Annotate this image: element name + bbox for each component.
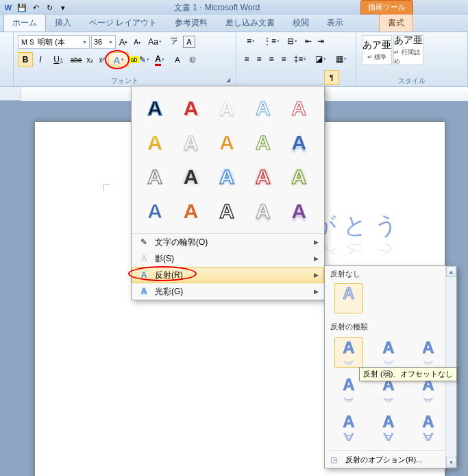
options-icon: ◳	[330, 455, 341, 464]
reflection-variant[interactable]: AA	[374, 412, 403, 442]
font-size-value: 36	[94, 38, 102, 46]
font-name-value: ＭＳ 明朝 (本	[21, 37, 65, 47]
tab-view[interactable]: 表示	[318, 14, 352, 32]
shrink-font-button[interactable]: A▾	[131, 34, 143, 49]
text-reflection-menu[interactable]: A 反射(R) ▶	[132, 267, 324, 283]
reflection-variant[interactable]: AA	[334, 337, 363, 368]
ribbon-tabs: ホーム 挿入 ページ レイアウト 参考資料 差し込み文書 校閲 表示 書式	[0, 15, 468, 32]
quick-access-toolbar: W 💾 ↶ ↻ ▾	[0, 2, 71, 13]
save-icon[interactable]: 💾	[16, 2, 27, 13]
shading-button[interactable]: ◪▾	[310, 51, 331, 67]
styles-group-label: スタイル	[356, 76, 467, 86]
text-effect-preset[interactable]: A	[212, 93, 242, 123]
drawing-tools-contextual-tab: 描画ツール	[360, 0, 413, 14]
document-text-content: がとう がとう	[312, 210, 405, 241]
style-normal[interactable]: あア亜 ↵ 標準	[362, 35, 392, 65]
font-group-label: フォント	[14, 76, 236, 86]
align-left-button[interactable]: ≡	[241, 51, 253, 67]
increase-indent-button[interactable]: ⇥	[315, 34, 327, 49]
text-effect-preset[interactable]: A	[248, 93, 278, 123]
text-effect-preset[interactable]: A	[176, 128, 206, 158]
qat-more-icon[interactable]: ▾	[58, 2, 69, 13]
text-effect-preset[interactable]: A	[212, 162, 242, 192]
text-outline-menu[interactable]: ✎ 文字の輪郭(O) ▶	[132, 234, 324, 250]
reflection-options-button[interactable]: ◳ 反射のオプション(R)...	[325, 452, 456, 468]
character-shading-button[interactable]: A	[170, 52, 185, 67]
chevron-right-icon: ▶	[314, 272, 319, 278]
ribbon: ＭＳ 明朝 (本 ▼ 36 ▼ A▴ A▾ Aa▾ ア A B I U▾ abe…	[0, 32, 468, 87]
text-effect-preset[interactable]: A	[248, 162, 278, 192]
text-shadow-menu[interactable]: A 影(S) ▶	[132, 250, 324, 267]
subscript-button[interactable]: x₂	[84, 52, 96, 67]
show-hide-button[interactable]: ¶	[324, 70, 339, 85]
text-effect-preset[interactable]: A	[248, 128, 278, 158]
superscript-button[interactable]: x²	[96, 52, 108, 67]
text-effect-preset[interactable]: A	[176, 196, 206, 226]
text-effect-preset[interactable]: A	[176, 93, 206, 123]
grow-font-button[interactable]: A▴	[117, 34, 130, 49]
multilevel-list-button[interactable]: ⊟▾	[282, 34, 302, 49]
tab-references[interactable]: 参考資料	[166, 14, 217, 32]
tab-review[interactable]: 校閲	[284, 14, 318, 32]
text-glow-menu[interactable]: A 光彩(G) ▶	[132, 283, 324, 300]
font-dialog-launcher[interactable]: ◢	[226, 77, 234, 85]
underline-button[interactable]: U▾	[48, 52, 69, 67]
reflection-tooltip: 反射 (弱)、オフセットなし	[359, 367, 457, 381]
italic-button[interactable]: I	[33, 52, 48, 67]
undo-icon[interactable]: ↶	[30, 2, 41, 13]
reflection-none-option[interactable]: A	[334, 283, 363, 313]
line-spacing-button[interactable]: ‡≡▾	[290, 51, 310, 67]
tab-home[interactable]: ホーム	[3, 14, 46, 32]
borders-button[interactable]: ▦▾	[331, 51, 352, 67]
enclose-characters-button[interactable]: ㊓	[185, 52, 200, 67]
text-effect-preset[interactable]: A	[248, 196, 278, 226]
decrease-indent-button[interactable]: ⇤	[302, 34, 315, 49]
text-effect-preset[interactable]: A	[284, 93, 314, 123]
text-effect-preset[interactable]: A	[140, 93, 170, 123]
scroll-down-button[interactable]: ▼	[446, 457, 456, 468]
text-effect-preset[interactable]: A	[212, 128, 242, 158]
character-border-button[interactable]: A	[183, 36, 195, 48]
reflection-variant[interactable]: AA	[414, 412, 443, 442]
tab-insert[interactable]: 挿入	[46, 14, 80, 32]
align-right-button[interactable]: ≡	[265, 51, 278, 67]
highlight-button[interactable]: ab✎▾	[129, 52, 149, 67]
margin-corner-mark	[103, 184, 110, 191]
tab-format[interactable]: 書式	[379, 14, 413, 32]
text-effects-gallery: A A A A A A A A A A A A A A A A A A A A …	[131, 86, 325, 300]
redo-icon[interactable]: ↻	[44, 2, 55, 13]
font-name-combo[interactable]: ＭＳ 明朝 (本 ▼	[18, 35, 90, 49]
text-effect-preset[interactable]: A	[140, 196, 170, 226]
reflection-variant[interactable]: AA	[374, 337, 403, 368]
text-effect-preset[interactable]: A	[140, 128, 170, 158]
bullets-button[interactable]: ≡▾	[241, 34, 261, 49]
bold-button[interactable]: B	[18, 52, 33, 67]
text-effect-preset[interactable]: A	[212, 196, 242, 226]
tab-page-layout[interactable]: ページ レイアウト	[80, 14, 166, 32]
chevron-down-icon: ▼	[108, 40, 113, 45]
justify-button[interactable]: ≡	[278, 51, 290, 67]
text-effect-preset[interactable]: A	[284, 196, 314, 226]
word-icon[interactable]: W	[3, 2, 14, 13]
font-group: ＭＳ 明朝 (本 ▼ 36 ▼ A▴ A▾ Aa▾ ア A B I U▾ abe…	[14, 32, 236, 86]
reflection-variant[interactable]: AA	[414, 337, 443, 368]
text-effect-preset[interactable]: A	[176, 162, 206, 192]
numbering-button[interactable]: ⋮≡▾	[261, 34, 282, 49]
tab-mailings[interactable]: 差し込み文書	[217, 14, 284, 32]
align-center-button[interactable]: ≡	[253, 51, 265, 67]
shadow-icon: A	[137, 252, 151, 265]
text-effects-button[interactable]: A▾	[108, 52, 129, 67]
outline-icon: ✎	[137, 236, 151, 248]
phonetic-guide-button[interactable]: ア	[167, 34, 182, 49]
text-effect-preset[interactable]: A	[284, 128, 314, 158]
change-case-button[interactable]: Aa▾	[145, 34, 165, 49]
text-effect-preset[interactable]: A	[284, 162, 314, 192]
font-color-button[interactable]: A▾	[149, 52, 170, 67]
reflection-icon: A	[137, 269, 151, 281]
reflection-variant[interactable]: AA	[334, 412, 363, 442]
strikethrough-button[interactable]: abe	[69, 52, 84, 67]
scroll-up-button[interactable]: ▲	[446, 266, 456, 277]
text-effect-preset[interactable]: A	[140, 162, 170, 192]
font-size-combo[interactable]: 36 ▼	[91, 35, 116, 49]
style-no-spacing[interactable]: あア亜 ↵ 行間詰め	[393, 35, 423, 65]
